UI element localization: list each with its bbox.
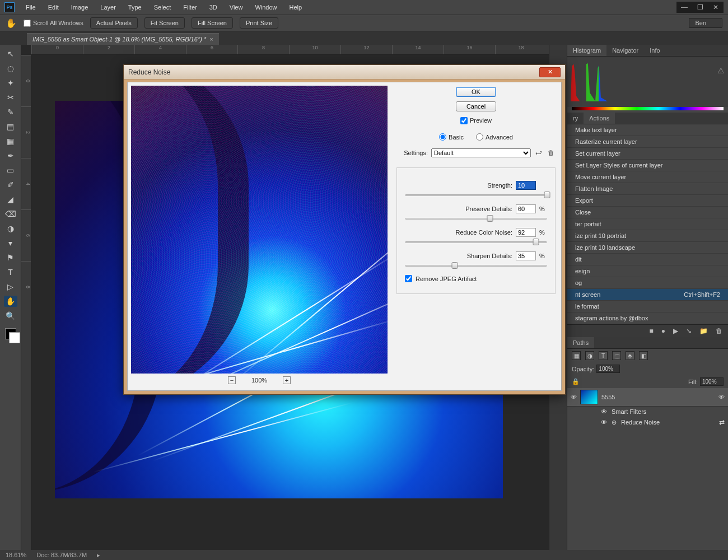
play-icon[interactable]: ▶ bbox=[673, 327, 678, 335]
filter-smart-icon[interactable]: ⬘ bbox=[626, 351, 634, 360]
ok-button[interactable]: OK bbox=[456, 87, 496, 97]
save-preset-icon[interactable]: ⮐ bbox=[534, 148, 543, 157]
menu-window[interactable]: Window bbox=[249, 2, 282, 13]
stamp-tool-icon[interactable]: ▭ bbox=[4, 165, 17, 176]
close-button[interactable]: ✕ bbox=[708, 2, 724, 13]
zoom-out-button[interactable]: − bbox=[228, 376, 236, 384]
advanced-radio[interactable]: Advanced bbox=[476, 133, 513, 141]
action-item[interactable]: stagram actions by @dbox bbox=[567, 312, 728, 324]
histogram-warning-icon[interactable]: ⚠ bbox=[717, 66, 725, 75]
crop-tool-icon[interactable]: ✎ bbox=[4, 106, 17, 118]
history-brush-tool-icon[interactable]: ✐ bbox=[4, 179, 17, 190]
tab-actions[interactable]: Actions bbox=[584, 113, 615, 124]
eyedropper-tool-icon[interactable]: ▤ bbox=[4, 121, 17, 132]
zoom-tool-icon[interactable]: 🔍 bbox=[4, 310, 17, 321]
minimize-button[interactable]: — bbox=[676, 2, 692, 13]
action-item[interactable]: og bbox=[567, 277, 728, 289]
menu-layer[interactable]: Layer bbox=[95, 2, 122, 13]
settings-dropdown[interactable]: Default bbox=[431, 148, 531, 157]
preview-checkbox[interactable]: Preview bbox=[396, 117, 556, 124]
delete-preset-icon[interactable]: 🗑 bbox=[547, 148, 556, 157]
preserve-details-slider[interactable] bbox=[405, 214, 547, 222]
dialog-close-button[interactable]: ✕ bbox=[539, 67, 561, 77]
blur-tool-icon[interactable]: ◑ bbox=[4, 223, 17, 234]
dodge-tool-icon[interactable]: ▾ bbox=[4, 237, 17, 249]
sharpen-details-slider[interactable] bbox=[405, 262, 547, 269]
menu-view[interactable]: View bbox=[224, 2, 249, 13]
type-tool-icon[interactable]: T bbox=[4, 267, 17, 278]
foreground-background-swatches[interactable] bbox=[5, 328, 16, 339]
remove-jpeg-artifact-input[interactable] bbox=[405, 275, 412, 282]
action-item[interactable]: Set current layer bbox=[567, 148, 728, 160]
strength-input[interactable] bbox=[516, 181, 536, 190]
smart-filter-reduce-noise[interactable]: 👁 ⊚ Reduce Noise ⇄ bbox=[567, 417, 728, 428]
menu-3d[interactable]: 3D bbox=[204, 2, 223, 13]
action-item[interactable]: Set Layer Styles of current layer bbox=[567, 160, 728, 171]
stop-icon[interactable]: ■ bbox=[650, 327, 654, 335]
action-item[interactable]: ize print 10 portriat bbox=[567, 230, 728, 242]
action-item[interactable]: Flatten Image bbox=[567, 183, 728, 195]
noise-preview-image[interactable] bbox=[131, 86, 388, 374]
filter-type-icon[interactable]: T bbox=[599, 351, 608, 360]
new-action-icon[interactable]: 📁 bbox=[699, 327, 708, 335]
dialog-titlebar[interactable]: Reduce Noise ✕ bbox=[124, 65, 565, 80]
status-doc-size[interactable]: Doc: 83.7M/83.7M bbox=[36, 552, 87, 558]
menu-file[interactable]: File bbox=[20, 2, 41, 13]
menu-type[interactable]: Type bbox=[123, 2, 147, 13]
reduce-color-noise-input[interactable] bbox=[516, 228, 536, 237]
filter-blend-icon[interactable]: ⇄ bbox=[719, 418, 725, 426]
visibility-icon[interactable]: 👁 bbox=[601, 419, 607, 426]
menu-help[interactable]: Help bbox=[284, 2, 308, 13]
filter-adjust-icon[interactable]: ◑ bbox=[585, 351, 594, 360]
record-icon[interactable]: ● bbox=[661, 327, 665, 335]
layer-row-smartobject[interactable]: 👁 5555 👁 bbox=[567, 388, 728, 407]
fill-input[interactable] bbox=[700, 377, 724, 386]
fill-screen-button[interactable]: Fill Screen bbox=[192, 17, 233, 29]
action-item[interactable]: Rasterize current layer bbox=[567, 136, 728, 148]
healing-tool-icon[interactable]: ▦ bbox=[4, 136, 17, 147]
menu-filter[interactable]: Filter bbox=[178, 2, 202, 13]
status-zoom[interactable]: 18.61% bbox=[6, 552, 26, 558]
action-item[interactable]: Move current layer bbox=[567, 171, 728, 183]
filter-shape-icon[interactable]: ⬚ bbox=[612, 351, 621, 360]
visibility-icon[interactable]: 👁 bbox=[571, 394, 577, 400]
brush-tool-icon[interactable]: ✒ bbox=[4, 150, 17, 161]
print-size-button[interactable]: Print Size bbox=[240, 17, 278, 29]
action-item[interactable]: ize print 10 landscape bbox=[567, 242, 728, 254]
status-arrow-icon[interactable]: ▸ bbox=[97, 552, 100, 559]
sharpen-details-input[interactable] bbox=[516, 251, 536, 260]
tab-history[interactable]: ry bbox=[567, 113, 584, 124]
tab-info[interactable]: Info bbox=[644, 45, 665, 56]
filter-toggle-icon[interactable]: ◧ bbox=[639, 351, 648, 360]
layer-thumbnail[interactable] bbox=[580, 390, 598, 404]
lock-icon[interactable]: 🔒 bbox=[572, 378, 580, 385]
reduce-color-noise-slider[interactable] bbox=[405, 238, 547, 246]
eraser-tool-icon[interactable]: ◢ bbox=[4, 194, 17, 205]
action-item[interactable]: dit bbox=[567, 254, 728, 265]
action-item[interactable]: esign bbox=[567, 265, 728, 277]
document-tab-close-icon[interactable]: × bbox=[209, 36, 213, 43]
pen-tool-icon[interactable]: ⚑ bbox=[4, 252, 17, 263]
move-tool-icon[interactable]: ↖ bbox=[4, 48, 17, 59]
action-item[interactable]: le format bbox=[567, 301, 728, 312]
gradient-tool-icon[interactable]: ⌫ bbox=[4, 208, 17, 220]
tab-navigator[interactable]: Navigator bbox=[606, 45, 644, 56]
menu-edit[interactable]: Edit bbox=[43, 2, 64, 13]
hand-tool-icon[interactable]: ✋ bbox=[4, 296, 17, 307]
preserve-details-input[interactable] bbox=[516, 204, 536, 213]
tab-paths[interactable]: Paths bbox=[567, 337, 594, 348]
fit-screen-button[interactable]: Fit Screen bbox=[144, 17, 185, 29]
preview-checkbox-input[interactable] bbox=[460, 117, 468, 124]
basic-radio[interactable]: Basic bbox=[439, 133, 464, 141]
fill-control[interactable]: Fill: bbox=[688, 377, 724, 386]
action-item[interactable]: ter portait bbox=[567, 218, 728, 230]
scroll-all-windows-input[interactable] bbox=[24, 20, 31, 27]
new-set-icon[interactable]: ↘ bbox=[686, 327, 692, 335]
user-dropdown[interactable]: Ben bbox=[689, 18, 722, 28]
scroll-all-windows-checkbox[interactable]: Scroll All Windows bbox=[24, 20, 83, 27]
action-item[interactable]: Close bbox=[567, 207, 728, 218]
maximize-button[interactable]: ❐ bbox=[692, 2, 708, 13]
tab-histogram[interactable]: Histogram bbox=[567, 45, 606, 56]
opacity-input[interactable] bbox=[596, 365, 620, 373]
path-select-tool-icon[interactable]: ▷ bbox=[4, 281, 17, 292]
